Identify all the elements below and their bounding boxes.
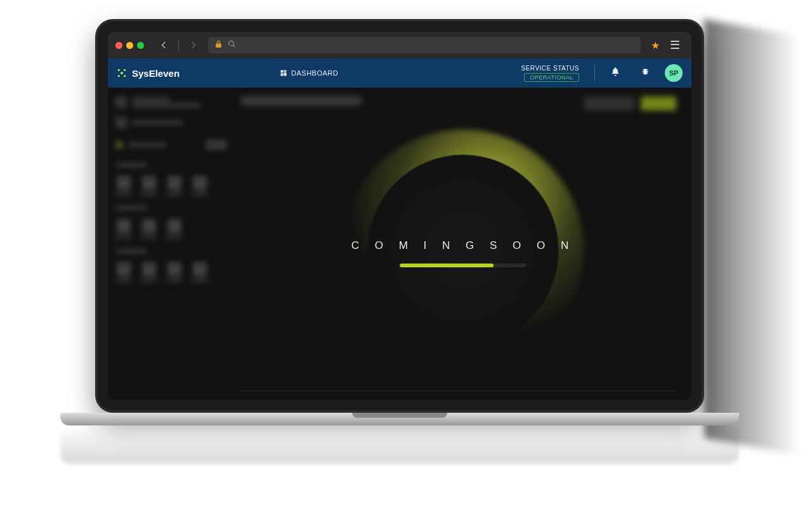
nav-back-button[interactable] bbox=[155, 37, 172, 53]
nav-forward-button[interactable] bbox=[185, 37, 202, 53]
service-status[interactable]: SERVICE STATUS OPERATIONAL bbox=[521, 65, 579, 82]
window-close-button[interactable] bbox=[115, 42, 122, 49]
brand-logo-icon bbox=[117, 68, 127, 78]
nav-dashboard-link[interactable]: DASHBOARD bbox=[280, 69, 338, 77]
laptop-shadow bbox=[704, 19, 799, 455]
sidebar-blurred bbox=[108, 88, 235, 400]
toolbar-blurred bbox=[584, 97, 676, 110]
brand[interactable]: SysEleven bbox=[117, 68, 180, 79]
lock-icon bbox=[214, 40, 223, 50]
app-body: C O M I N G S O O N bbox=[108, 88, 691, 400]
user-avatar[interactable]: SP bbox=[665, 64, 683, 82]
browser-bar: ★ ☰ bbox=[108, 32, 691, 58]
progress-track bbox=[400, 264, 527, 267]
browser-menu-button[interactable]: ☰ bbox=[666, 38, 684, 52]
brand-name: SysEleven bbox=[132, 68, 180, 79]
nav-dashboard-label: DASHBOARD bbox=[291, 69, 338, 77]
debug-button[interactable] bbox=[636, 67, 653, 79]
main-panel: C O M I N G S O O N bbox=[235, 88, 691, 400]
bug-icon bbox=[639, 67, 650, 77]
window-minimize-button[interactable] bbox=[126, 42, 133, 49]
window-maximize-button[interactable] bbox=[137, 42, 144, 49]
window-controls bbox=[115, 42, 144, 49]
app-header: SysEleven DASHBOARD SERVICE STATUS OPERA… bbox=[108, 58, 691, 88]
coming-soon-hero: C O M I N G S O O N bbox=[343, 130, 584, 371]
laptop-base bbox=[60, 413, 739, 425]
header-center: DASHBOARD bbox=[191, 69, 509, 77]
footer-divider bbox=[241, 391, 676, 391]
address-bar[interactable] bbox=[208, 37, 641, 53]
header-divider bbox=[594, 65, 595, 81]
laptop-lid: ★ ☰ SysEleven DASHBOARD SERVICE STATUS bbox=[95, 19, 704, 413]
bell-icon bbox=[610, 67, 620, 77]
bookmark-star-icon[interactable]: ★ bbox=[651, 39, 660, 51]
coming-soon-text: C O M I N G S O O N bbox=[351, 239, 575, 252]
service-status-value: OPERATIONAL bbox=[524, 73, 579, 82]
laptop-frame: ★ ☰ SysEleven DASHBOARD SERVICE STATUS bbox=[95, 19, 704, 464]
nav-separator bbox=[178, 39, 179, 51]
notifications-button[interactable] bbox=[606, 67, 624, 79]
laptop-reflection bbox=[60, 425, 739, 464]
service-status-label: SERVICE STATUS bbox=[521, 65, 579, 72]
screen: ★ ☰ SysEleven DASHBOARD SERVICE STATUS bbox=[108, 32, 691, 400]
progress-fill bbox=[400, 264, 494, 267]
dashboard-icon bbox=[280, 69, 287, 77]
avatar-initials: SP bbox=[669, 69, 679, 77]
search-icon bbox=[228, 40, 236, 50]
